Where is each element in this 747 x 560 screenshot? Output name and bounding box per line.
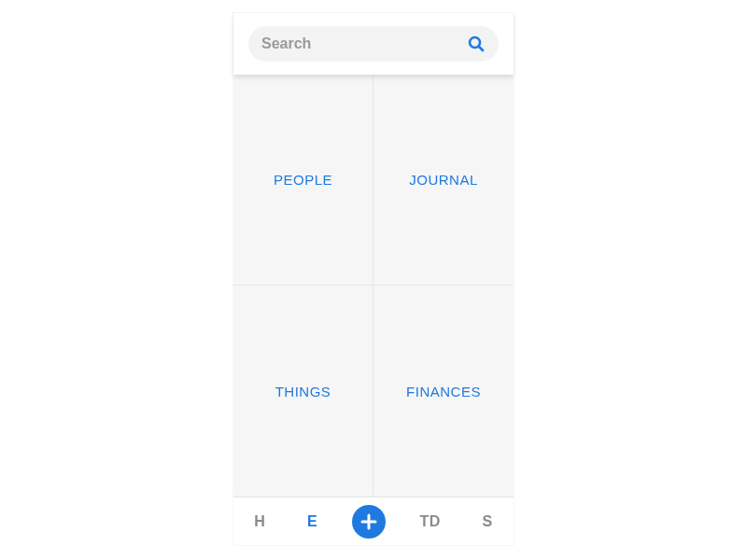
tile-label: PEOPLE bbox=[274, 172, 332, 188]
tab-bar: H E TD S bbox=[233, 497, 514, 545]
tile-things[interactable]: THINGS bbox=[233, 286, 374, 497]
search-placeholder: Search bbox=[261, 35, 311, 52]
tab-e[interactable]: E bbox=[300, 508, 325, 536]
tab-td[interactable]: TD bbox=[412, 508, 447, 536]
search-header: Search bbox=[233, 13, 514, 75]
tab-h[interactable]: H bbox=[247, 508, 273, 536]
tile-people[interactable]: PEOPLE bbox=[233, 75, 374, 286]
search-icon bbox=[467, 35, 486, 53]
tile-finances[interactable]: FINANCES bbox=[374, 286, 514, 497]
tile-label: THINGS bbox=[275, 384, 331, 399]
tile-label: FINANCES bbox=[406, 384, 481, 399]
tab-s[interactable]: S bbox=[474, 508, 500, 536]
svg-line-1 bbox=[479, 47, 483, 50]
plus-icon bbox=[359, 512, 378, 531]
category-grid: PEOPLE JOURNAL THINGS FINANCES bbox=[233, 75, 514, 497]
app-frame: Search PEOPLE JOURNAL THINGS FINANCES H … bbox=[233, 13, 514, 545]
add-button[interactable] bbox=[352, 505, 386, 539]
tile-label: JOURNAL bbox=[409, 172, 478, 188]
search-input[interactable]: Search bbox=[248, 26, 499, 62]
tile-journal[interactable]: JOURNAL bbox=[374, 75, 514, 286]
